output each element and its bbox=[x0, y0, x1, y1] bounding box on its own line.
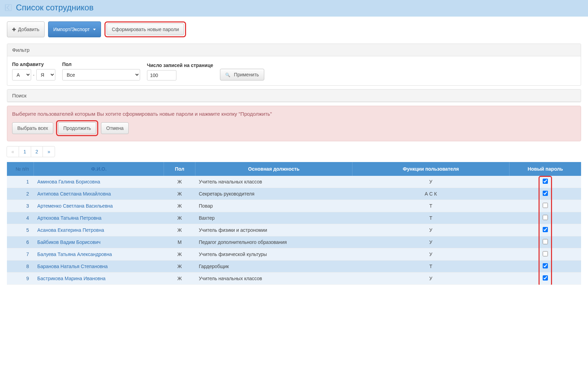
back-arrow-icon[interactable] bbox=[3, 3, 13, 12]
add-button-label: Добавить bbox=[18, 27, 39, 32]
apply-filter-button[interactable]: Применить bbox=[220, 69, 264, 80]
table-row: 1 Аминова Галина Борисовна Ж Учитель нач… bbox=[7, 176, 581, 188]
cell-gender: М bbox=[164, 236, 195, 248]
gender-select[interactable]: Все bbox=[62, 69, 140, 80]
cell-checkbox bbox=[509, 236, 581, 248]
filter-alphabet-group: По алфавиту А - Я bbox=[12, 61, 55, 80]
search-icon bbox=[225, 72, 232, 77]
alert-text: Выберите пользователей которым Вы хотите… bbox=[12, 111, 576, 117]
page-title: Список сотрудников bbox=[16, 3, 93, 12]
cell-name: Балуева Татьяна Александровна bbox=[34, 248, 164, 260]
employees-table-wrap: № п/п Ф.И.О. Пол Основная должность Функ… bbox=[7, 162, 581, 285]
search-panel-title[interactable]: Поиск bbox=[7, 89, 581, 102]
filter-apply-group: Применить bbox=[220, 61, 264, 80]
cell-functions: А С К bbox=[352, 188, 509, 200]
filter-alphabet-label: По алфавиту bbox=[12, 61, 55, 67]
cell-position: Вахтер bbox=[195, 212, 352, 224]
cell-checkbox bbox=[509, 188, 581, 200]
cell-name: Байбиков Вадим Борисович bbox=[34, 236, 164, 248]
cell-gender: Ж bbox=[164, 176, 195, 188]
new-password-checkbox[interactable] bbox=[543, 203, 548, 208]
employee-link[interactable]: Артеменко Светлана Васильевна bbox=[37, 203, 113, 209]
table-row: 6 Байбиков Вадим Борисович М Педагог доп… bbox=[7, 236, 581, 248]
table-row: 8 Баранова Наталья Степановна Ж Гардероб… bbox=[7, 260, 581, 273]
cell-num: 9 bbox=[7, 273, 34, 285]
import-export-label: Импорт/Экспорт bbox=[53, 27, 90, 32]
pagination: « 1 2 » bbox=[7, 146, 581, 157]
filter-gender-label: Пол bbox=[62, 61, 140, 67]
cell-name: Асанова Екатерина Петровна bbox=[34, 224, 164, 236]
cell-position: Педагог дополнительного образования bbox=[195, 236, 352, 248]
alert-buttons: Выбрать всех Продолжить Отмена bbox=[12, 120, 576, 136]
cell-gender: Ж bbox=[164, 200, 195, 212]
cell-checkbox bbox=[509, 224, 581, 236]
employee-link[interactable]: Бастрикова Марина Ивановна bbox=[37, 276, 105, 281]
employee-link[interactable]: Баранова Наталья Степановна bbox=[37, 264, 108, 269]
cell-functions: Т bbox=[352, 200, 509, 212]
continue-button[interactable]: Продолжить bbox=[58, 122, 96, 134]
cell-name: Артюхова Татьяна Петровна bbox=[34, 212, 164, 224]
page-next[interactable]: » bbox=[43, 146, 55, 157]
cell-num: 6 bbox=[7, 236, 34, 248]
cancel-button[interactable]: Отмена bbox=[101, 122, 129, 134]
table-row: 7 Балуева Татьяна Александровна Ж Учител… bbox=[7, 248, 581, 260]
table-row: 2 Антипова Светлана Михайловна Ж Секрета… bbox=[7, 188, 581, 200]
table-row: 4 Артюхова Татьяна Петровна Ж Вахтер Т bbox=[7, 212, 581, 224]
cell-position: Повар bbox=[195, 200, 352, 212]
plus-icon: ✚ bbox=[12, 27, 16, 32]
new-password-checkbox[interactable] bbox=[543, 263, 548, 268]
highlight-continue: Продолжить bbox=[56, 120, 98, 136]
cell-gender: Ж bbox=[164, 212, 195, 224]
filter-panel-title: Фильтр bbox=[7, 44, 581, 56]
th-functions: Функции пользователя bbox=[352, 162, 509, 176]
apply-filter-label: Применить bbox=[234, 72, 259, 77]
alphabet-to-select[interactable]: Я bbox=[36, 69, 55, 80]
th-new-password: Новый пароль bbox=[509, 162, 581, 176]
cell-position: Учитель физики и астрономии bbox=[195, 224, 352, 236]
cell-position: Учитель физической культуры bbox=[195, 248, 352, 260]
page-1[interactable]: 1 bbox=[19, 146, 31, 157]
page-2[interactable]: 2 bbox=[31, 146, 43, 157]
cell-name: Артеменко Светлана Васильевна bbox=[34, 200, 164, 212]
new-password-checkbox[interactable] bbox=[543, 215, 548, 220]
caret-down-icon bbox=[93, 29, 96, 30]
cell-num: 4 bbox=[7, 212, 34, 224]
cell-functions: У bbox=[352, 176, 509, 188]
records-input[interactable] bbox=[147, 70, 176, 80]
new-password-checkbox[interactable] bbox=[543, 275, 548, 281]
filter-panel-body: По алфавиту А - Я Пол Все Число записей … bbox=[7, 56, 581, 85]
cell-functions: Т bbox=[352, 260, 509, 273]
new-password-checkbox[interactable] bbox=[543, 239, 548, 244]
cell-name: Антипова Светлана Михайловна bbox=[34, 188, 164, 200]
new-password-checkbox[interactable] bbox=[543, 179, 548, 184]
alphabet-from-select[interactable]: А bbox=[12, 69, 31, 80]
new-password-checkbox[interactable] bbox=[543, 251, 548, 256]
employee-link[interactable]: Асанова Екатерина Петровна bbox=[37, 227, 104, 233]
cell-checkbox bbox=[509, 212, 581, 224]
page-prev[interactable]: « bbox=[7, 146, 19, 157]
cell-num: 2 bbox=[7, 188, 34, 200]
filter-gender-group: Пол Все bbox=[62, 61, 140, 80]
cell-position: Гардеробщик bbox=[195, 260, 352, 273]
employee-link[interactable]: Артюхова Татьяна Петровна bbox=[37, 215, 102, 221]
new-password-checkbox[interactable] bbox=[543, 227, 548, 232]
employee-link[interactable]: Аминова Галина Борисовна bbox=[37, 179, 100, 184]
dash-separator: - bbox=[33, 72, 35, 78]
employee-link[interactable]: Антипова Светлана Михайловна bbox=[37, 191, 111, 197]
cell-num: 7 bbox=[7, 248, 34, 260]
new-password-checkbox[interactable] bbox=[543, 191, 548, 196]
select-all-button[interactable]: Выбрать всех bbox=[12, 122, 53, 134]
employees-table: № п/п Ф.И.О. Пол Основная должность Функ… bbox=[7, 162, 581, 285]
th-num: № п/п bbox=[7, 162, 34, 176]
th-fio[interactable]: Ф.И.О. bbox=[34, 162, 164, 176]
add-button[interactable]: ✚ Добавить bbox=[7, 21, 45, 37]
generate-passwords-button[interactable]: Сформировать новые пароли bbox=[107, 23, 184, 35]
cell-functions: У bbox=[352, 248, 509, 260]
employee-link[interactable]: Балуева Татьяна Александровна bbox=[37, 252, 112, 257]
cell-checkbox bbox=[509, 273, 581, 285]
cell-num: 1 bbox=[7, 176, 34, 188]
employee-link[interactable]: Байбиков Вадим Борисович bbox=[37, 239, 101, 245]
th-gender: Пол bbox=[164, 162, 195, 176]
alert-generate-passwords: Выберите пользователей которым Вы хотите… bbox=[7, 106, 581, 141]
import-export-button[interactable]: Импорт/Экспорт bbox=[48, 21, 101, 37]
